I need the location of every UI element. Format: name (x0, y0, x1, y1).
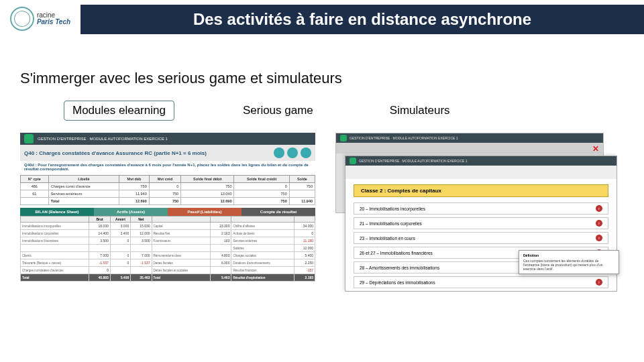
tab-simulateurs[interactable]: Simulateurs (382, 101, 458, 120)
screenshot-simulateur: GESTION D'ENTREPRISE · MODULE AUTOFORMAT… (335, 133, 617, 327)
tab-modules-elearning[interactable]: Modules elearning (64, 101, 174, 121)
sim-account-row[interactable]: 21 – Immobilisations corporellesi (354, 217, 608, 229)
screenshot-elearning: GESTION D'ENTREPRISE · MODULE AUTOFORMAT… (20, 133, 315, 327)
sim-badge-icon (350, 158, 356, 164)
bilan-group-header: BILAN (Balance Sheet) Actifs (Assets) Pa… (20, 208, 315, 216)
sim-account-row[interactable]: 29 – Dépréciations des immobilisationsi (354, 276, 608, 288)
info-dot-icon[interactable]: i (596, 279, 602, 286)
section-heading: S'immerger avec les serious game et simu… (20, 70, 644, 87)
globe-icon (10, 7, 34, 31)
module-question-desc: Q40d : Pour l'enregistrement des charges… (20, 161, 315, 175)
slide-header: racine Paris Tech Des activités à faire … (0, 0, 644, 38)
module-breadcrumb: GESTION D'ENTREPRISE · MODULE AUTOFORMAT… (20, 133, 315, 145)
info-dot-icon[interactable]: i (596, 220, 602, 227)
menu-icon (301, 147, 311, 158)
tab-serious-game[interactable]: Serious game (235, 101, 321, 120)
book-icon (287, 147, 298, 158)
logo-paristech: racine Paris Tech (0, 0, 80, 38)
sim-account-row[interactable]: 23 – Immobilisation en coursi (354, 232, 608, 244)
sim-badge-icon (340, 135, 347, 141)
screenshots-row: GESTION D'ENTREPRISE · MODULE AUTOFORMAT… (0, 133, 644, 327)
module-badge-icon (24, 134, 34, 143)
sim-class-header: Classe 2 : Comptes de capitaux (354, 184, 608, 197)
accounting-top-table: N° cpteLibelléMvt débMvt crédSolde final… (20, 175, 315, 205)
page-title: Des activités à faire en distance asynch… (80, 5, 644, 34)
scales-icon (274, 147, 284, 158)
definition-tooltip: Définition Ces comptes concernent les él… (519, 250, 619, 274)
sim-account-row[interactable]: 20 – Immobilisations incorporellesi (354, 202, 608, 215)
category-tabs: Modules elearning Serious game Simulateu… (64, 101, 644, 121)
bilan-table: BrutAmortNet Immobilisations incorporell… (20, 216, 315, 282)
info-dot-icon[interactable]: i (596, 235, 602, 241)
sim-window-front: GESTION D'ENTREPRISE · MODULE AUTOFORMAT… (345, 156, 617, 292)
close-icon[interactable]: ✕ (592, 144, 599, 154)
info-dot-icon[interactable]: i (596, 205, 602, 212)
logo-text: racine Paris Tech (37, 12, 70, 25)
module-question-title: Q40 : Charges constatées d'avance Assura… (20, 145, 315, 161)
